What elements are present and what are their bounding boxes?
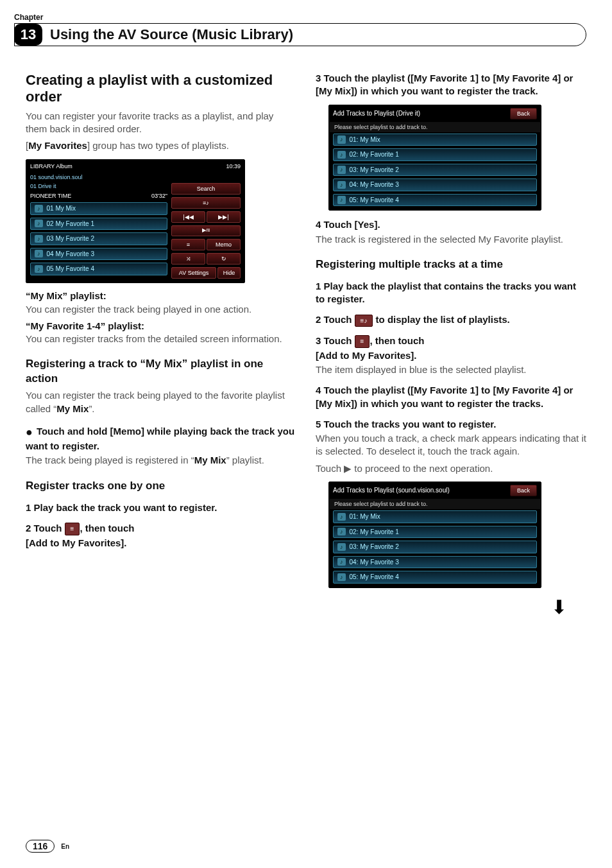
ss1-item-5[interactable]: ♪05 My Favorite 4 (30, 263, 167, 275)
multi-step-3-after: The item displayed in blue is the select… (316, 363, 586, 376)
ss2-item-4[interactable]: ♪04: My Favorite 3 (333, 178, 537, 191)
subheading-register-one-by-one: Register tracks one by one (26, 479, 296, 494)
ss1-memo-button[interactable]: Memo (207, 239, 241, 250)
ss2-title: Add Tracks to Playlist (Drive it) (333, 109, 420, 118)
ss1-item-4[interactable]: ♪04 My Favorite 3 (30, 248, 167, 261)
section-heading-create-playlist: Creating a playlist with a customized or… (26, 72, 296, 106)
ss2-back-button[interactable]: Back (510, 108, 537, 119)
ss1-playlist-button[interactable]: ≡♪ (171, 197, 241, 209)
ss1-search-button[interactable]: Search (171, 183, 241, 195)
ss3-title: Add Tracks to Playlist (sound.vision.sou… (333, 486, 450, 495)
list-icon: ≡ (355, 335, 370, 348)
footer-language: En (61, 843, 69, 850)
ss1-hide-button[interactable]: Hide (217, 267, 241, 279)
chapter-number: 13 (14, 24, 42, 46)
left-step-2-line2: [Add to My Favorites]. (26, 537, 296, 550)
ss3-item-5[interactable]: ♪05: My Favorite 4 (333, 571, 537, 584)
left-step-2: 2 Touch ≡, then touch (26, 522, 296, 535)
chapter-label: Chapter (14, 13, 586, 22)
ss1-random-button[interactable]: ⤮ (171, 253, 205, 265)
bullet-touch-hold-memo: ●Touch and hold [Memo] while playing bac… (26, 424, 296, 453)
multi-step-3: 3 Touch ≡, then touch (316, 334, 586, 348)
ss1-item-3[interactable]: ♪03 My Favorite 2 (30, 232, 167, 245)
continue-arrow-icon: ⬇ (316, 595, 567, 621)
ss1-repeat-button[interactable]: ↻ (207, 253, 241, 265)
multi-step-5: 5 Touch the tracks you want to register. (316, 418, 586, 431)
ss3-subtitle: Please select playlist to add track to. (329, 499, 541, 509)
ss1-line1: 01 sound.vision.soul (30, 174, 83, 180)
ss1-prev-button[interactable]: |◀◀ (171, 211, 205, 223)
ss3-item-2[interactable]: ♪02: My Favorite 1 (333, 526, 537, 539)
ss1-line2: 01 Drive it (30, 182, 56, 190)
ss3-back-button[interactable]: Back (510, 485, 537, 496)
multi-step-5-after-1: When you touch a track, a check mark app… (316, 432, 586, 458)
ss1-badge2: 03'32" (151, 192, 167, 200)
ss1-badge1: PIONEER TIME (30, 192, 71, 200)
ss1-av-settings-button[interactable]: AV Settings (171, 267, 216, 279)
ss1-top-right: 10:39 (226, 162, 241, 170)
page-footer: 116 En (26, 840, 69, 853)
add-tracks-screenshot-2: Add Tracks to Playlist (sound.vision.sou… (328, 482, 541, 588)
ss1-list-button[interactable]: ≡ (171, 239, 205, 250)
ss1-item-1[interactable]: ♪01 My Mix (30, 202, 167, 215)
ss1-next-button[interactable]: ▶▶| (207, 211, 241, 223)
playlist-icon: ≡♪ (355, 315, 373, 327)
multi-step-3-line2: [Add to My Favorites]. (316, 349, 586, 362)
myfavorite-paragraph: You can register tracks from the detaile… (26, 333, 296, 345)
mymix-heading: “My Mix” playlist: (26, 290, 296, 302)
ss1-playpause-button[interactable]: ▶/II (171, 225, 241, 236)
right-step-4-after: The track is registered in the selected … (316, 233, 586, 246)
chapter-title: Using the AV Source (Music Library) (42, 24, 306, 46)
right-step-4: 4 Touch [Yes]. (316, 218, 586, 231)
add-tracks-screenshot-1: Add Tracks to Playlist (Drive it) Back P… (328, 105, 541, 211)
intro-paragraph-1: You can register your favorite tracks as… (26, 110, 296, 136)
list-icon: ≡ (65, 523, 80, 535)
chapter-header: 13 Using the AV Source (Music Library) (14, 23, 586, 46)
bullet1-after: The track being played is registered in … (26, 454, 296, 467)
ss1-item-2[interactable]: ♪02 My Favorite 1 (30, 218, 167, 230)
page-number: 116 (26, 840, 55, 853)
ss3-item-3[interactable]: ♪03: My Favorite 2 (333, 541, 537, 553)
ss2-item-2[interactable]: ♪02: My Favorite 1 (333, 148, 537, 161)
multi-step-2: 2 Touch ≡♪ to display the list of playli… (316, 313, 586, 327)
intro-paragraph-2: [My Favorites] group has two types of pl… (26, 139, 296, 152)
ss2-item-5[interactable]: ♪05: My Favorite 4 (333, 194, 537, 207)
multi-step-5-after-2: Touch ▶ to proceed to the next operation… (316, 462, 586, 475)
multi-step-1: 1 Play back the playlist that contains t… (316, 280, 586, 306)
ss1-top-left: LIBRARY Album (30, 162, 72, 170)
subheading-register-multiple: Registering multiple tracks at a time (316, 257, 586, 272)
left-step-1: 1 Play back the track you want to regist… (26, 501, 296, 514)
ss2-subtitle: Please select playlist to add track to. (329, 122, 541, 132)
ss2-item-1[interactable]: ♪01: My Mix (333, 134, 537, 146)
multi-step-4: 4 Touch the playlist ([My Favorite 1] to… (316, 384, 586, 410)
myfavorite-heading: “My Favorite 1-4” playlist: (26, 320, 296, 333)
ss3-item-1[interactable]: ♪01: My Mix (333, 510, 537, 523)
library-screenshot: LIBRARY Album 10:39 01 sound.vision.soul… (26, 159, 245, 284)
right-step-3: 3 Touch the playlist ([My Favorite 1] to… (316, 72, 586, 98)
sub1-paragraph: You can register the track being played … (26, 389, 296, 415)
ss2-item-3[interactable]: ♪03: My Favorite 2 (333, 164, 537, 177)
mymix-paragraph: You can register the track being played … (26, 303, 296, 316)
ss3-item-4[interactable]: ♪04: My Favorite 3 (333, 556, 537, 569)
subheading-register-mymix: Registering a track to “My Mix” playlist… (26, 357, 296, 386)
